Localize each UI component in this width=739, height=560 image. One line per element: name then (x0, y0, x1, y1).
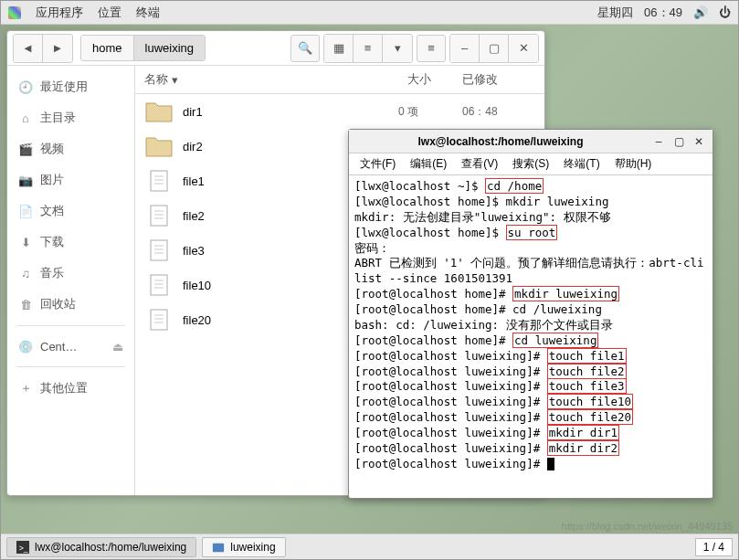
sidebar-item-other[interactable]: ＋其他位置 (7, 373, 134, 404)
home-icon: ⌂ (18, 111, 33, 125)
term-menu-item[interactable]: 文件(F) (354, 154, 401, 174)
file-modified: 06：48 (462, 104, 535, 120)
workspace-indicator[interactable]: 1 / 4 (695, 538, 733, 556)
terminal-icon: >_ (16, 541, 29, 554)
download-icon: ⬇ (18, 235, 33, 249)
taskbar-item-files[interactable]: luweixing (202, 537, 285, 557)
music-icon: ♫ (18, 266, 33, 280)
term-menu-item[interactable]: 终端(T) (558, 154, 605, 174)
top-panel: 应用程序 位置 终端 星期四 06：49 🔊 ⏻ (1, 1, 738, 25)
document-icon: 📄 (18, 204, 33, 218)
clock-time: 06：49 (644, 5, 682, 21)
term-menu-item[interactable]: 搜索(S) (507, 154, 554, 174)
sidebar-item-pictures[interactable]: 📷图片 (7, 164, 134, 195)
svg-rect-4 (151, 206, 167, 226)
col-size-label[interactable]: 大小 (407, 71, 462, 88)
watermark: https://blog.csdn.net/weixin_44949135 (562, 521, 733, 532)
maximize-button[interactable]: ▢ (480, 35, 509, 62)
file-icon (144, 273, 174, 297)
folder-icon (144, 100, 174, 123)
terminal-titlebar: lwx@localhost:/home/luweixing – ▢ ✕ (349, 130, 713, 153)
view-grid-button[interactable]: ▦ (324, 35, 354, 62)
fm-toolbar: ◄ ► home luweixing 🔍 ▦ ≡ ▾ ≡ – ▢ ✕ (7, 31, 544, 66)
crumb-current[interactable]: luweixing (134, 36, 205, 60)
volume-icon[interactable]: 🔊 (693, 5, 708, 19)
file-icon (144, 169, 174, 193)
file-row[interactable]: dir10 项06：48 (135, 94, 544, 129)
view-dropdown-button[interactable]: ▾ (383, 35, 412, 62)
plus-icon: ＋ (18, 381, 33, 396)
close-button[interactable]: ✕ (509, 35, 538, 62)
file-icon (144, 238, 174, 262)
term-close-button[interactable]: ✕ (691, 133, 707, 150)
file-icon (144, 204, 174, 227)
sidebar-item-trash[interactable]: 🗑回收站 (7, 289, 134, 320)
menu-terminal[interactable]: 终端 (136, 5, 160, 21)
fm-sidebar: 🕘最近使用 ⌂主目录 🎬视频 📷图片 📄文档 ⬇下载 ♫音乐 🗑回收站 💿Cen… (7, 66, 135, 495)
folder-icon (144, 134, 174, 158)
sidebar-item-recent[interactable]: 🕘最近使用 (7, 71, 134, 102)
clock-icon: 🕘 (18, 79, 33, 94)
crumb-home[interactable]: home (81, 36, 134, 60)
file-size: 0 项 (398, 104, 453, 120)
svg-rect-8 (151, 240, 167, 260)
clock-day: 星期四 (597, 5, 633, 21)
search-button[interactable]: 🔍 (290, 35, 320, 62)
folder-icon (212, 541, 225, 554)
view-list-button[interactable]: ≡ (354, 35, 383, 62)
hamburger-button[interactable]: ≡ (417, 35, 446, 62)
menu-places[interactable]: 位置 (98, 5, 121, 21)
sidebar-item-documents[interactable]: 📄文档 (7, 195, 134, 227)
video-icon: 🎬 (18, 142, 33, 156)
terminal-output[interactable]: [lwx@localhost ~]$ cd /home[lwx@localhos… (349, 175, 713, 498)
svg-rect-0 (151, 171, 167, 191)
file-name: dir1 (183, 105, 389, 119)
col-mod-label[interactable]: 已修改 (462, 71, 535, 88)
term-maximize-button[interactable]: ▢ (670, 133, 687, 150)
sidebar-item-downloads[interactable]: ⬇下载 (7, 227, 134, 258)
terminal-title: lwx@localhost:/home/luweixing (354, 135, 647, 148)
camera-icon: 📷 (18, 173, 33, 187)
sort-indicator-icon: ▾ (172, 73, 178, 87)
file-icon (144, 308, 174, 332)
eject-icon[interactable]: ⏏ (112, 340, 123, 354)
terminal-window: lwx@localhost:/home/luweixing – ▢ ✕ 文件(F… (348, 129, 713, 499)
svg-text:>_: >_ (19, 543, 28, 552)
fm-column-header: 名称 ▾ 大小 已修改 (135, 66, 544, 94)
minimize-button[interactable]: – (450, 35, 480, 62)
terminal-menubar: 文件(F)编辑(E)查看(V)搜索(S)终端(T)帮助(H) (349, 153, 713, 175)
trash-icon: 🗑 (18, 297, 33, 312)
breadcrumb: home luweixing (80, 35, 206, 61)
menu-applications[interactable]: 应用程序 (36, 5, 83, 21)
svg-rect-22 (213, 543, 224, 552)
term-menu-item[interactable]: 编辑(E) (405, 154, 452, 174)
term-minimize-button[interactable]: – (650, 133, 667, 150)
term-menu-item[interactable]: 帮助(H) (609, 154, 658, 174)
svg-rect-16 (151, 310, 167, 330)
back-button[interactable]: ◄ (14, 35, 43, 62)
sidebar-item-music[interactable]: ♫音乐 (7, 258, 134, 289)
taskbar-item-terminal[interactable]: >_ lwx@localhost:/home/luweixing (6, 537, 196, 557)
col-name-label[interactable]: 名称 (144, 71, 168, 88)
term-menu-item[interactable]: 查看(V) (456, 154, 503, 174)
svg-rect-12 (151, 275, 167, 295)
forward-button[interactable]: ► (43, 35, 72, 62)
disc-icon: 💿 (18, 339, 33, 354)
taskbar: >_ lwx@localhost:/home/luweixing luweixi… (1, 534, 738, 559)
activities-icon[interactable] (8, 6, 21, 19)
power-icon[interactable]: ⏻ (719, 5, 731, 19)
sidebar-item-videos[interactable]: 🎬视频 (7, 133, 134, 164)
sidebar-item-home[interactable]: ⌂主目录 (7, 102, 134, 133)
sidebar-item-media[interactable]: 💿Cent…⏏ (7, 332, 134, 361)
